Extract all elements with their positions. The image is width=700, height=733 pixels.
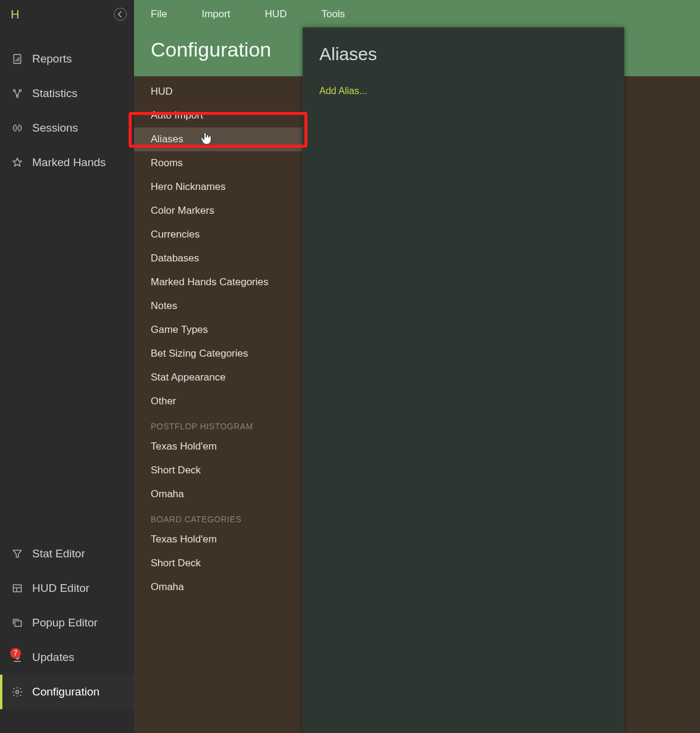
config-item-aliases[interactable]: Aliases xyxy=(134,127,304,151)
config-item-databases[interactable]: Databases xyxy=(134,247,304,270)
sidebar-item-label: HUD Editor xyxy=(32,582,89,595)
svg-rect-12 xyxy=(13,585,21,592)
config-item-hero-nicknames[interactable]: Hero Nicknames xyxy=(134,175,304,199)
report-icon xyxy=(11,53,24,65)
nav-primary: Reports Statistics Sessions Marked Hands xyxy=(0,42,134,180)
sidebar-item-updates[interactable]: 7 Updates xyxy=(0,640,134,675)
config-item-pf-holdem[interactable]: Texas Hold'em xyxy=(134,435,304,458)
statistics-icon xyxy=(11,88,24,99)
updates-badge: 7 xyxy=(10,648,21,659)
config-item-other[interactable]: Other xyxy=(134,389,304,413)
sidebar-item-label: Statistics xyxy=(32,87,77,100)
sidebar-item-reports[interactable]: Reports xyxy=(0,42,134,76)
svg-point-4 xyxy=(13,89,15,91)
config-item-pf-shortdeck[interactable]: Short Deck xyxy=(134,458,304,482)
gear-icon xyxy=(11,686,24,698)
download-icon: 7 xyxy=(11,651,24,663)
sidebar-item-label: Updates xyxy=(32,651,74,664)
detail-title: Aliases xyxy=(303,27,624,70)
sessions-icon xyxy=(11,122,24,134)
nav-secondary: Stat Editor HUD Editor Popup Editor 7 Up… xyxy=(0,537,134,733)
svg-line-8 xyxy=(18,91,20,95)
config-item-bc-omaha[interactable]: Omaha xyxy=(134,575,304,599)
config-item-pf-omaha[interactable]: Omaha xyxy=(134,482,304,506)
config-item-color-markers[interactable]: Color Markers xyxy=(134,199,304,223)
config-item-currencies[interactable]: Currencies xyxy=(134,223,304,247)
svg-point-6 xyxy=(16,95,18,97)
sidebar-item-popup-editor[interactable]: Popup Editor xyxy=(0,606,134,640)
config-item-auto-import[interactable]: Auto Import xyxy=(134,104,304,127)
config-header-board: BOARD CATEGORIES xyxy=(134,506,304,528)
svg-rect-15 xyxy=(15,621,21,626)
popup-icon xyxy=(11,617,24,629)
config-item-rooms[interactable]: Rooms xyxy=(134,151,304,175)
filter-icon xyxy=(11,548,24,560)
sidebar-item-label: Stat Editor xyxy=(32,547,85,560)
config-item-game-types[interactable]: Game Types xyxy=(134,318,304,342)
sidebar-item-statistics[interactable]: Statistics xyxy=(0,76,134,111)
menu-row: File Import HUD Tools xyxy=(134,0,700,29)
config-list: HUD Auto Import Aliases Rooms Hero Nickn… xyxy=(134,76,304,733)
sidebar-item-label: Marked Hands xyxy=(32,156,106,169)
config-item-hud[interactable]: HUD xyxy=(134,80,304,104)
config-item-bc-shortdeck[interactable]: Short Deck xyxy=(134,551,304,575)
config-item-stat-appearance[interactable]: Stat Appearance xyxy=(134,366,304,389)
menu-tools[interactable]: Tools xyxy=(321,8,345,20)
svg-marker-10 xyxy=(13,158,21,166)
layout-icon xyxy=(11,582,24,594)
config-item-marked-hands-categories[interactable]: Marked Hands Categories xyxy=(134,270,304,294)
sidebar-item-marked-hands[interactable]: Marked Hands xyxy=(0,145,134,180)
config-item-notes[interactable]: Notes xyxy=(134,294,304,318)
svg-point-18 xyxy=(16,691,19,694)
sidebar-item-label: Sessions xyxy=(32,121,78,135)
menu-file[interactable]: File xyxy=(151,8,167,20)
sidebar-item-stat-editor[interactable]: Stat Editor xyxy=(0,537,134,571)
sidebar-item-hud-editor[interactable]: HUD Editor xyxy=(0,571,134,606)
config-item-bc-holdem[interactable]: Texas Hold'em xyxy=(134,528,304,551)
sidebar-item-label: Configuration xyxy=(32,685,99,698)
svg-point-5 xyxy=(19,89,21,91)
sidebar-item-configuration[interactable]: Configuration xyxy=(0,675,134,709)
svg-line-7 xyxy=(15,91,17,95)
sidebar-item-sessions[interactable]: Sessions xyxy=(0,111,134,145)
sidebar: H Reports Statistics Sessions xyxy=(0,0,134,733)
sidebar-header: H xyxy=(0,0,134,29)
menu-hud[interactable]: HUD xyxy=(265,8,287,20)
right-strip xyxy=(624,76,700,733)
marked-hands-icon xyxy=(11,157,24,169)
svg-point-9 xyxy=(16,127,18,129)
detail-panel: Aliases Add Alias... xyxy=(303,27,624,733)
collapse-sidebar-button[interactable] xyxy=(114,8,127,21)
config-item-bet-sizing[interactable]: Bet Sizing Categories xyxy=(134,342,304,366)
config-header-postflop: POSTFLOP HISTOGRAM xyxy=(134,413,304,435)
app-logo: H xyxy=(11,8,19,21)
add-alias-link[interactable]: Add Alias... xyxy=(303,70,624,112)
sidebar-item-label: Popup Editor xyxy=(32,616,98,629)
svg-marker-11 xyxy=(13,550,21,557)
sidebar-item-label: Reports xyxy=(32,52,72,65)
menu-import[interactable]: Import xyxy=(201,8,230,20)
chevron-left-icon xyxy=(114,8,126,20)
